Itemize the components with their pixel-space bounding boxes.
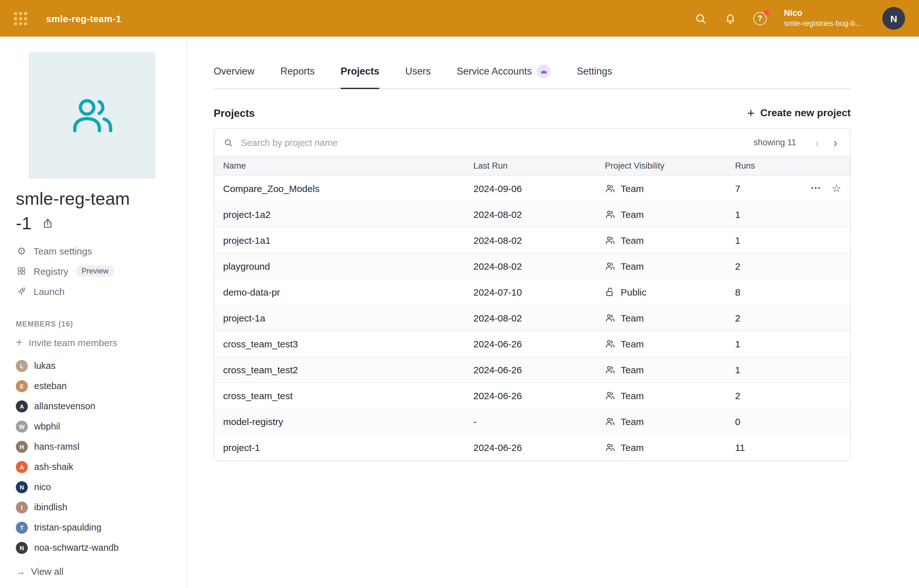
project-name: cross_team_test2 (223, 364, 473, 375)
project-last-run: 2024-06-26 (473, 390, 605, 401)
team-people-icon (605, 338, 616, 349)
notification-dot (764, 10, 769, 15)
tab-label: Reports (280, 65, 315, 78)
member-item[interactable]: Ttristan-spaulding (16, 517, 186, 538)
member-avatar: E (16, 380, 28, 392)
runs-count: 1 (735, 364, 741, 375)
runs-count: 2 (735, 260, 741, 271)
tab-projects[interactable]: Projects (341, 65, 379, 89)
visibility-label: Team (621, 312, 644, 323)
project-visibility: Team (605, 390, 735, 401)
runs-count: 1 (735, 209, 741, 220)
star-icon[interactable]: ☆ (832, 183, 841, 194)
team-people-icon (605, 390, 616, 401)
topbar-actions: ? Nico smle-registries-bug-b... N (694, 7, 905, 30)
row-actions: •••☆ (811, 183, 841, 194)
tab-service-accounts[interactable]: Service Accounts (457, 65, 551, 89)
project-row[interactable]: model-registry-Team0 (214, 409, 850, 435)
project-search-input[interactable] (240, 137, 747, 148)
arrow-right-icon: → (16, 565, 25, 576)
app-menu-icon[interactable] (14, 12, 27, 25)
project-last-run: 2024-08-02 (473, 209, 605, 220)
visibility-label: Team (621, 260, 644, 271)
sidebar-item-launch[interactable]: Launch (16, 281, 186, 301)
member-name: allanstevenson (34, 401, 96, 411)
runs-count: 2 (735, 312, 741, 323)
project-row[interactable]: project-12024-06-26Team11 (214, 435, 850, 460)
tab-overview[interactable]: Overview (214, 65, 254, 89)
invite-team-members-button[interactable]: + Invite team members (16, 333, 186, 352)
member-name: tristan-spaulding (34, 522, 101, 532)
project-row[interactable]: playground2024-08-02Team2 (214, 253, 850, 279)
member-list: LlukasEestebanAallanstevensonWwbphilHhan… (16, 355, 186, 558)
member-item[interactable]: Eesteban (16, 376, 186, 396)
team-people-icon (605, 235, 616, 246)
project-row[interactable]: demo-data-pr2024-07-10Public8 (214, 279, 850, 305)
team-title: smle-reg-team-1 (46, 13, 122, 24)
sidebar-item-registry[interactable]: Registry Preview (16, 261, 186, 281)
projects-header: Projects + Create new project (214, 107, 851, 120)
member-item[interactable]: Aallanstevenson (16, 396, 186, 416)
user-avatar[interactable]: N (882, 7, 905, 30)
visibility-label: Public (621, 286, 647, 297)
project-visibility: Team (605, 183, 735, 194)
help-icon[interactable]: ? (753, 11, 767, 25)
pagination-prev-icon[interactable]: ‹ (811, 136, 823, 149)
user-menu[interactable]: Nico smle-registries-bug-b... (784, 8, 861, 29)
create-new-project-button[interactable]: + Create new project (747, 107, 851, 120)
row-menu-icon[interactable]: ••• (811, 185, 821, 191)
member-avatar: T (16, 521, 28, 533)
visibility-label: Team (621, 364, 644, 375)
member-item[interactable]: Hhans-ramsl (16, 436, 186, 457)
tab-label: Overview (214, 65, 254, 78)
project-row[interactable]: Compare_Zoo_Models2024-09-06Team7•••☆ (214, 176, 850, 202)
tab-label: Projects (341, 65, 379, 78)
project-visibility: Team (605, 235, 735, 246)
notifications-bell-icon[interactable] (723, 11, 737, 25)
project-name: project-1a (223, 312, 473, 323)
members-header: MEMBERS (16) (16, 320, 186, 328)
help-question-icon: ? (754, 12, 767, 25)
project-row[interactable]: cross_team_test22024-06-26Team1 (214, 357, 850, 383)
invite-label: Invite team members (29, 337, 117, 348)
search-icon[interactable] (694, 11, 708, 25)
project-name: cross_team_test (223, 390, 473, 401)
view-all-members-link[interactable]: → View all (16, 562, 186, 580)
runs-count: 2 (735, 390, 741, 401)
search-icon (223, 137, 233, 147)
member-item[interactable]: Aash-shaik (16, 457, 186, 477)
tabs: OverviewReportsProjectsUsersService Acco… (214, 65, 851, 89)
member-item[interactable]: Wwbphil (16, 416, 186, 436)
tab-reports[interactable]: Reports (280, 65, 315, 89)
member-avatar: N (16, 481, 28, 493)
member-item[interactable]: Nnoa-schwartz-wandb (16, 538, 186, 558)
member-item[interactable]: Iibindlish (16, 497, 186, 517)
pagination-next-icon[interactable]: › (830, 136, 841, 149)
visibility-label: Team (621, 390, 644, 401)
team-people-icon (605, 416, 616, 426)
project-last-run: 2024-08-02 (473, 312, 605, 323)
project-name: cross_team_test3 (223, 338, 473, 349)
column-header-name: Name (223, 161, 473, 171)
project-visibility: Team (605, 209, 735, 220)
project-row[interactable]: cross_team_test2024-06-26Team2 (214, 383, 850, 409)
plus-icon: + (747, 107, 754, 120)
project-visibility: Team (605, 364, 735, 375)
runs-count: 1 (735, 338, 741, 349)
member-item[interactable]: Nnico (16, 477, 186, 497)
tab-users[interactable]: Users (405, 65, 431, 89)
visibility-label: Team (621, 209, 644, 220)
project-row[interactable]: project-1a22024-08-02Team1 (214, 202, 850, 227)
tab-settings[interactable]: Settings (577, 65, 612, 89)
member-name: hans-ramsl (34, 441, 79, 452)
plus-icon: + (16, 337, 23, 348)
team-name-line1: smle-reg-team (16, 186, 186, 211)
project-row[interactable]: project-1a12024-08-02Team1 (214, 227, 850, 253)
project-last-run: 2024-06-26 (473, 364, 605, 375)
member-item[interactable]: Llukas (16, 355, 186, 376)
sidebar-item-team-settings[interactable]: ⚙ Team settings (16, 241, 186, 261)
tab-label: Settings (577, 65, 612, 78)
project-row[interactable]: cross_team_test32024-06-26Team1 (214, 331, 850, 357)
project-row[interactable]: project-1a2024-08-02Team2 (214, 305, 850, 331)
share-icon[interactable] (42, 217, 54, 229)
